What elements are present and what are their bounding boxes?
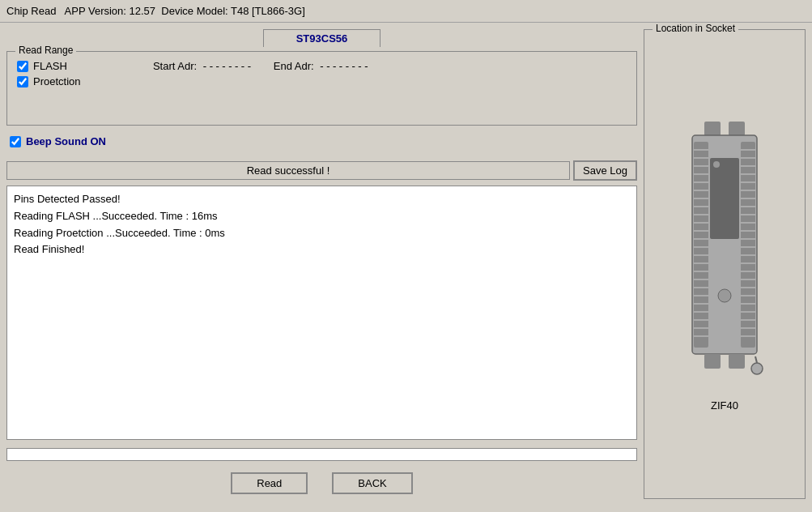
chip-name: ST93CS56: [296, 32, 348, 45]
svg-rect-3: [694, 142, 708, 348]
status-row: Read successful ! Save Log: [6, 160, 637, 181]
device-model: Device Model: T48 [TL866-3G]: [161, 5, 305, 17]
log-line-2: Reading Proetction ...Succeeded. Time : …: [14, 225, 630, 242]
left-panel: ST93CS56 Read Range FLASH Start Adr: ---…: [6, 29, 637, 499]
read-button[interactable]: Read: [231, 472, 308, 494]
svg-rect-0: [704, 122, 721, 136]
svg-line-59: [755, 356, 757, 363]
chip-tab: ST93CS56: [263, 29, 381, 47]
start-adr-label: Start Adr:: [153, 60, 197, 72]
log-line-0: Pins Detected Passed!: [14, 191, 630, 208]
save-log-button[interactable]: Save Log: [573, 160, 637, 181]
zif-socket-image: [676, 117, 773, 393]
svg-rect-56: [704, 354, 721, 369]
title-bar: Chip Read APP Version: 12.57 Device Mode…: [0, 0, 812, 23]
svg-rect-1: [729, 122, 745, 136]
app-name: Chip Read: [6, 5, 56, 17]
zif-label: ZIF40: [711, 399, 738, 412]
flash-checkbox[interactable]: [17, 61, 28, 72]
read-range-legend: Read Range: [15, 45, 76, 56]
progress-bar-container: [6, 448, 637, 461]
log-line-1: Reading FLASH ...Succeeded. Time : 16ms: [14, 208, 630, 225]
socket-box: Location in Socket: [644, 29, 806, 499]
protection-checkbox-row: Proetction: [17, 75, 627, 87]
flash-label: FLASH: [33, 60, 67, 72]
svg-rect-4: [741, 142, 755, 348]
chip-tab-area: ST93CS56: [6, 29, 637, 47]
app-version: APP Version: 12.57: [65, 5, 156, 17]
status-text: Read successful !: [6, 161, 570, 180]
svg-rect-53: [710, 158, 739, 239]
socket-legend: Location in Socket: [653, 23, 738, 34]
svg-point-58: [751, 363, 763, 374]
back-button[interactable]: BACK: [332, 472, 412, 494]
log-area: Pins Detected Passed! Reading FLASH ...S…: [6, 186, 637, 440]
protection-label: Proetction: [33, 75, 81, 87]
svg-rect-57: [729, 354, 745, 369]
protection-checkbox[interactable]: [17, 76, 28, 87]
svg-point-54: [713, 161, 720, 168]
beep-row: Beep Sound ON: [6, 130, 637, 152]
end-adr-label: End Adr:: [274, 60, 314, 72]
right-panel: Location in Socket: [644, 29, 806, 499]
flash-checkbox-row: FLASH Start Adr: -------- End Adr: -----…: [17, 60, 627, 72]
svg-point-55: [718, 289, 731, 302]
start-adr-value: --------: [202, 60, 253, 72]
end-adr-value: --------: [319, 60, 370, 72]
read-range-box: Read Range FLASH Start Adr: -------- End…: [6, 51, 637, 126]
beep-label: Beep Sound ON: [26, 135, 106, 147]
log-line-3: Read Finished!: [14, 241, 630, 258]
beep-checkbox[interactable]: [10, 136, 21, 147]
bottom-buttons: Read BACK: [6, 472, 637, 499]
